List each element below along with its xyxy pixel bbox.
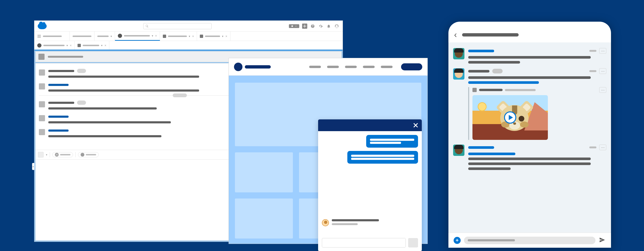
search-icon	[146, 24, 149, 28]
post-author[interactable]	[48, 84, 68, 86]
workspace-tab[interactable]: ▾×	[197, 31, 230, 41]
panel-expand-handle[interactable]: ▸	[32, 163, 34, 170]
post-link[interactable]	[468, 153, 515, 155]
crm-global-header	[34, 21, 342, 31]
composer-identity-picker[interactable]	[38, 152, 44, 158]
post-text-line	[468, 61, 520, 64]
chat-send-button[interactable]	[408, 238, 418, 248]
workspace-tab[interactable]	[70, 31, 94, 41]
badge	[77, 69, 86, 73]
brand-dot-icon	[234, 63, 242, 71]
chevron-down-icon[interactable]: ▾	[66, 44, 68, 47]
post-actions-menu[interactable]: ⋯	[599, 48, 606, 54]
crm-subtabs: ▾×▾×	[34, 41, 342, 50]
avatar-icon	[39, 69, 45, 76]
question-icon	[310, 24, 315, 28]
attachment-actions-menu[interactable]: ⋯	[599, 87, 606, 93]
notifications-button[interactable]	[326, 23, 331, 29]
record-icon	[163, 35, 166, 38]
play-icon[interactable]	[504, 111, 516, 124]
badge	[492, 69, 502, 73]
close-tab-icon[interactable]: ×	[225, 34, 227, 38]
workspace-tab[interactable]: ▾×	[75, 41, 109, 50]
workspace-tab[interactable]: ▾×	[160, 31, 197, 41]
salesforce-logo-icon	[38, 23, 47, 29]
chevron-down-icon[interactable]: ▾	[152, 34, 153, 37]
mobile-feed: ⋯⋯⋯⋯	[448, 42, 611, 233]
chat-message-user	[322, 219, 418, 226]
portal-cta-button[interactable]	[401, 63, 422, 70]
record-icon	[38, 54, 44, 60]
chevron-down-icon[interactable]: ▾	[222, 35, 224, 38]
close-icon[interactable]	[412, 122, 419, 129]
global-create-button[interactable]	[302, 23, 307, 29]
star-icon	[291, 25, 294, 27]
mention-chip[interactable]: JD	[52, 152, 73, 157]
chat-bubble-bot	[366, 135, 418, 148]
svg-point-10	[40, 37, 40, 38]
portal-nav	[309, 66, 392, 68]
post-time	[589, 146, 596, 148]
post-link[interactable]	[468, 81, 539, 84]
svg-point-1	[336, 25, 338, 26]
avatar-icon	[453, 48, 464, 59]
post-author[interactable]	[468, 50, 494, 52]
close-tab-icon[interactable]: ×	[70, 43, 72, 47]
mobile-post: ⋯	[453, 46, 606, 66]
post-body	[48, 89, 199, 92]
record-icon	[200, 35, 203, 38]
record-icon	[78, 44, 81, 47]
post-author[interactable]	[48, 130, 68, 132]
svg-point-5	[38, 36, 38, 36]
post-time	[589, 70, 596, 72]
workspace-tab[interactable]: ▾×	[115, 31, 160, 41]
chevron-down-icon[interactable]: ▾	[110, 35, 112, 38]
chat-bubble-bot	[347, 151, 418, 164]
nav-link[interactable]	[345, 66, 357, 68]
post-author[interactable]	[468, 70, 490, 72]
web-portal-window	[228, 58, 428, 244]
badge	[77, 101, 86, 105]
favorites-button[interactable]	[289, 24, 299, 28]
back-button[interactable]: ‹	[454, 30, 457, 40]
post-actions-menu[interactable]: ⋯	[599, 145, 606, 150]
app-launcher[interactable]	[34, 31, 70, 41]
help-button[interactable]	[310, 23, 315, 29]
chat-text-input[interactable]	[322, 238, 406, 248]
chevron-down-icon[interactable]: ▾	[101, 44, 102, 47]
close-tab-icon[interactable]: ×	[104, 43, 106, 47]
grid-card[interactable]	[235, 152, 293, 192]
profile-avatar[interactable]	[334, 23, 339, 29]
post-author[interactable]	[48, 102, 74, 104]
chevron-down-icon[interactable]: ▾	[189, 35, 190, 38]
quoted-attachment: ⋯	[468, 87, 606, 140]
workspace-tab[interactable]: ▾×	[34, 41, 75, 50]
grid-card[interactable]	[235, 199, 293, 239]
workspace-tab[interactable]: ▾	[94, 31, 115, 41]
post-body	[48, 121, 171, 123]
add-attachment-button[interactable]: +	[454, 237, 461, 244]
post-author[interactable]	[48, 116, 68, 118]
mobile-title	[462, 33, 519, 36]
mobile-message-input[interactable]	[464, 237, 596, 244]
close-tab-icon[interactable]: ×	[155, 34, 157, 38]
send-button[interactable]	[599, 237, 606, 245]
avatar-icon	[453, 145, 464, 156]
nav-link[interactable]	[381, 66, 392, 68]
global-search-input[interactable]	[143, 23, 212, 29]
nav-link[interactable]	[309, 66, 321, 68]
post-author[interactable]	[48, 70, 74, 72]
post-author[interactable]	[468, 146, 494, 149]
close-tab-icon[interactable]: ×	[192, 34, 194, 38]
mobile-post: ⋯⋯	[453, 66, 606, 142]
record-title	[48, 56, 83, 58]
nav-link[interactable]	[363, 66, 375, 68]
svg-point-8	[38, 37, 38, 38]
portal-logo[interactable]	[234, 63, 271, 71]
post-actions-menu[interactable]: ⋯	[599, 68, 606, 74]
video-thumbnail[interactable]	[472, 95, 548, 140]
avatar-icon	[322, 219, 329, 226]
setup-button[interactable]	[318, 23, 323, 29]
nav-link[interactable]	[327, 66, 339, 68]
mention-chip[interactable]	[78, 152, 99, 157]
